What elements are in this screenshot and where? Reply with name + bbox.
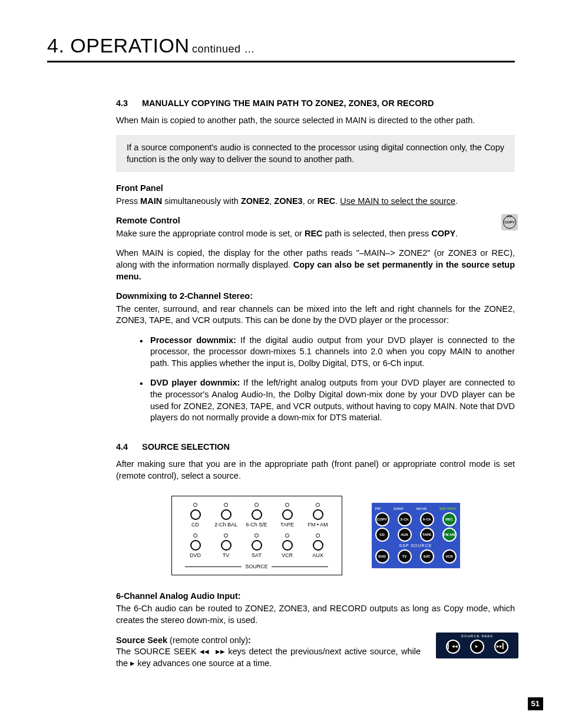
- remote-button: 6-Ch: [420, 512, 434, 526]
- remote-diagram: PIP SWAP MOVE SSP PATH COPY 2-Ch 6-Ch RE…: [372, 503, 460, 569]
- panel-label: TAPE: [272, 521, 303, 529]
- remote-control-block: Remote Control Make sure the appropriate…: [116, 215, 515, 239]
- panel-label: AUX: [303, 551, 333, 559]
- page-number: 51: [528, 697, 543, 710]
- chapter-title: 4. OPERATION: [47, 34, 190, 57]
- source-label: SOURCE: [180, 563, 333, 570]
- remote-button: DVD: [375, 549, 389, 564]
- play-icon: ▸: [130, 658, 135, 668]
- panel-label: DVD: [180, 551, 211, 559]
- front-panel-block: Front Panel Press MAIN simultaneously wi…: [116, 183, 515, 207]
- front-panel-heading: Front Panel: [116, 183, 515, 195]
- copied-paragraph: When MAIN is copied, the display for the…: [116, 248, 515, 282]
- ssp-source-label: SSP SOURCE: [375, 543, 457, 548]
- section-number: 4.4: [116, 442, 140, 453]
- intro-paragraph: When Main is copied to another path, the…: [116, 115, 515, 127]
- list-item: DVD player downmix: If the left/right an…: [140, 377, 515, 423]
- section-4-4-heading: 4.4 SOURCE SELECTION: [116, 442, 515, 453]
- remote-control-heading: Remote Control: [116, 215, 491, 227]
- remote-control-text: Make sure the appropriate control mode i…: [116, 228, 491, 240]
- remote-button: SAT: [420, 549, 434, 564]
- six-channel-body: The 6-Ch audio can be routed to ZONE2, Z…: [116, 603, 515, 626]
- remote-button: VCR: [442, 549, 457, 564]
- skip-forward-icon: ▸▸▎: [494, 640, 508, 654]
- source-seek-block: Source Seek (remote control only): The S…: [116, 635, 515, 670]
- six-channel-block: 6-Channel Analog Audio Input: The 6-Ch a…: [116, 591, 515, 627]
- front-panel-diagram: CD 2-Ch BAL 6-Ch S/E TAPE FM • AM DVD TV…: [171, 496, 342, 575]
- section-title: MANUALLY COPYING THE MAIN PATH TO ZONE2,…: [142, 98, 434, 108]
- section-title: SOURCE SELECTION: [142, 442, 230, 452]
- page-content: 4.3 MANUALLY COPYING THE MAIN PATH TO ZO…: [116, 98, 515, 669]
- remote-button: TV: [398, 549, 412, 564]
- panel-label: 6-Ch S/E: [242, 521, 272, 529]
- panel-label: CD: [180, 521, 211, 529]
- downmix-body: The center, surround, and rear channels …: [116, 304, 515, 327]
- chapter-continued: continued …: [192, 43, 255, 55]
- rewind-icon: ◂◂: [200, 647, 209, 656]
- panel-table: CD 2-Ch BAL 6-Ch S/E TAPE FM • AM DVD TV…: [180, 502, 333, 559]
- chapter-header: 4. OPERATION continued …: [47, 32, 515, 62]
- six-channel-heading: 6-Channel Analog Audio Input:: [116, 591, 515, 602]
- panel-label: SAT: [242, 551, 272, 559]
- remote-button: CD: [375, 528, 389, 542]
- list-item: Processor downmix: If the digital audio …: [140, 335, 515, 370]
- section-4-4-intro: After making sure that you are in the ap…: [116, 459, 515, 482]
- callout-box: If a source component's audio is connect…: [116, 135, 515, 172]
- remote-button: 2-Ch: [398, 512, 412, 526]
- panel-label: VCR: [272, 551, 303, 559]
- remote-button: TAPE: [420, 528, 434, 542]
- downmix-heading: Downmixing to 2-Channel Stereo:: [116, 291, 515, 302]
- panel-label: 2-Ch BAL: [211, 521, 242, 529]
- panel-label: FM • AM: [303, 521, 333, 529]
- front-panel-text: Press MAIN simultaneously with ZONE2, ZO…: [116, 196, 515, 207]
- downmix-bullets: Processor downmix: If the digital audio …: [116, 335, 515, 424]
- section-4-3-heading: 4.3 MANUALLY COPYING THE MAIN PATH TO ZO…: [116, 98, 515, 110]
- diagram-row: CD 2-Ch BAL 6-Ch S/E TAPE FM • AM DVD TV…: [116, 496, 515, 575]
- remote-button: COPY: [375, 512, 389, 526]
- panel-label: TV: [211, 551, 242, 559]
- section-number: 4.3: [116, 98, 140, 110]
- source-seek-heading: Source Seek (remote control only):: [116, 635, 421, 647]
- source-seek-diagram: SOURCE SEEK ▎◂◂ ▸ ▸▸▎: [436, 633, 518, 658]
- play-icon: ▸: [470, 640, 484, 654]
- copy-button-icon: PIP COPY: [501, 214, 518, 230]
- remote-button: REC: [442, 512, 457, 526]
- source-seek-body: The SOURCE SEEK ◂◂ ▸▸ keys detect the pr…: [116, 646, 421, 669]
- forward-icon: ▸▸: [216, 647, 225, 656]
- remote-button: FM AM: [442, 528, 457, 542]
- seek-label: SOURCE SEEK: [436, 634, 518, 638]
- remote-button: AUX: [398, 528, 412, 542]
- skip-back-icon: ▎◂◂: [446, 640, 460, 654]
- downmix-block: Downmixing to 2-Channel Stereo: The cent…: [116, 291, 515, 327]
